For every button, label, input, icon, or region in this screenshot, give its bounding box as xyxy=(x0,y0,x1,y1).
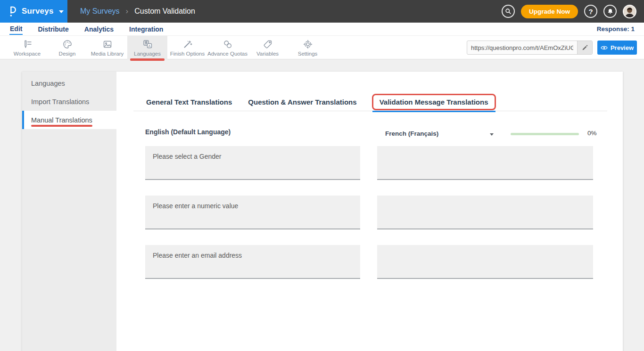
breadcrumb-current-survey: Custom Validation xyxy=(134,7,195,16)
top-header: Surveys My Surveys › Custom Validation U… xyxy=(0,0,644,23)
finish-options-icon xyxy=(182,39,193,49)
search-button[interactable] xyxy=(502,5,515,18)
settings-icon xyxy=(303,39,313,49)
toolbar-item-media-library[interactable]: Media Library xyxy=(87,36,127,59)
translations-panel: Languages Import Translations Manual Tra… xyxy=(22,72,623,351)
tab-question-answer-translations[interactable]: Question & Answer Translations xyxy=(247,96,357,108)
target-language-select[interactable]: French (Français) xyxy=(385,130,438,137)
help-button[interactable]: ? xyxy=(584,5,597,18)
pencil-icon xyxy=(582,44,588,51)
source-text-numeric[interactable]: Please enter a numeric value xyxy=(145,196,360,229)
product-name: Surveys xyxy=(22,7,54,16)
design-icon xyxy=(62,39,73,49)
toolbar-item-design[interactable]: Design xyxy=(47,36,87,59)
bell-icon xyxy=(607,8,614,15)
tab-integration[interactable]: Integration xyxy=(129,24,164,34)
translation-progress-percent: 0% xyxy=(587,130,597,137)
languages-icon: A xyxy=(142,39,153,49)
tab-validation-message-translations[interactable]: Validation Message Translations xyxy=(372,94,496,110)
annotation-underline-manual-translations xyxy=(31,125,92,127)
toolbar-item-variables[interactable]: Variables xyxy=(248,36,288,59)
questionpro-logo-icon xyxy=(8,5,17,17)
translations-sidebar: Languages Import Translations Manual Tra… xyxy=(22,72,116,351)
breadcrumb: My Surveys › Custom Validation xyxy=(80,7,195,16)
edit-url-button[interactable] xyxy=(577,41,592,55)
sidebar-item-manual-translations[interactable]: Manual Translations xyxy=(22,111,116,129)
notifications-button[interactable] xyxy=(603,5,617,18)
edit-toolbar: Workspace Design Media Library A Languag… xyxy=(0,36,644,59)
chevron-down-icon xyxy=(59,10,64,13)
preview-button[interactable]: Preview xyxy=(597,41,637,55)
toolbar-item-advance-quotas[interactable]: Advance Quotas xyxy=(207,36,248,59)
source-text-email[interactable]: Please enter an email address xyxy=(145,245,360,279)
advance-quotas-icon xyxy=(223,39,233,49)
chevron-down-icon[interactable] xyxy=(490,133,494,136)
tab-distribute[interactable]: Distribute xyxy=(37,24,69,34)
product-switcher[interactable]: Surveys xyxy=(0,0,67,23)
toolbar-item-workspace[interactable]: Workspace xyxy=(7,36,47,59)
sidebar-item-languages[interactable]: Languages xyxy=(22,74,116,92)
tab-general-text-translations[interactable]: General Text Translations xyxy=(145,96,233,108)
toolbar-item-finish-options[interactable]: Finish Options xyxy=(167,36,207,59)
tab-analytics[interactable]: Analytics xyxy=(84,24,114,34)
search-icon xyxy=(504,8,512,15)
target-text-email[interactable] xyxy=(377,245,593,279)
workspace-icon xyxy=(22,39,33,49)
breadcrumb-separator: › xyxy=(126,7,129,16)
toolbar-item-settings[interactable]: Settings xyxy=(288,36,328,59)
response-count[interactable]: Response: 1 xyxy=(597,25,635,33)
tab-edit[interactable]: Edit xyxy=(9,24,23,35)
svg-text:A: A xyxy=(148,43,150,48)
survey-url-input[interactable] xyxy=(467,44,577,51)
source-language-label: English (Default Language) xyxy=(145,128,231,136)
variables-icon xyxy=(263,39,273,49)
target-text-gender[interactable] xyxy=(377,146,593,180)
toolbar-item-languages[interactable]: A Languages xyxy=(127,36,167,59)
user-avatar[interactable] xyxy=(623,5,636,18)
avatar-photo xyxy=(624,6,636,17)
translation-tabs: General Text Translations Question & Ans… xyxy=(133,93,607,111)
survey-url-field xyxy=(467,41,593,55)
media-library-icon xyxy=(102,39,113,49)
question-mark-icon: ? xyxy=(588,8,593,16)
eye-icon xyxy=(601,45,608,50)
target-text-numeric[interactable] xyxy=(377,196,593,229)
manual-translations-content: General Text Translations Question & Ans… xyxy=(116,72,623,351)
source-text-gender[interactable]: Please select a Gender xyxy=(145,146,360,180)
annotation-underline-languages xyxy=(130,58,165,61)
translation-progress-bar xyxy=(511,133,579,135)
survey-section-nav: Edit Distribute Analytics Integration Re… xyxy=(0,23,644,36)
sidebar-item-import-translations[interactable]: Import Translations xyxy=(22,92,116,111)
header-actions: Upgrade Now ? xyxy=(502,0,636,23)
upgrade-now-button[interactable]: Upgrade Now xyxy=(521,5,578,18)
breadcrumb-my-surveys[interactable]: My Surveys xyxy=(80,7,120,16)
